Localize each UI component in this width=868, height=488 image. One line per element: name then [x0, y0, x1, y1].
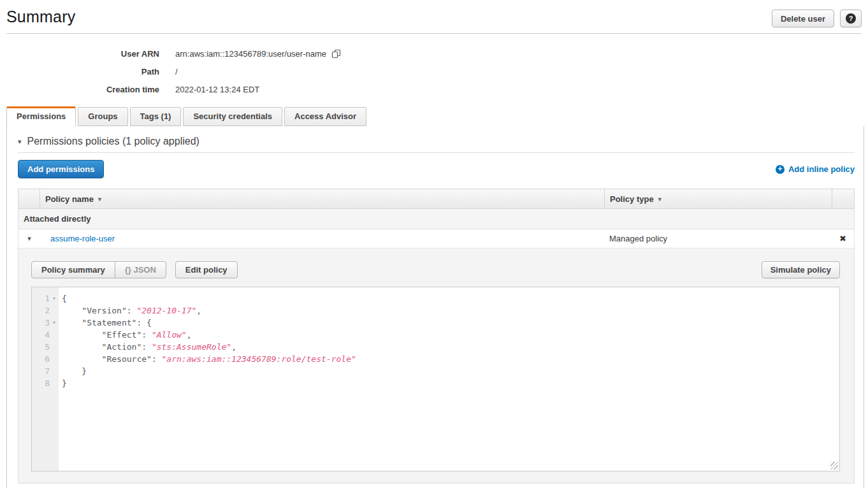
add-inline-policy-link[interactable]: + Add inline policy [776, 164, 855, 174]
policy-type-cell: Managed policy [604, 234, 832, 243]
view-toggle-group: Policy summary {} JSON [31, 261, 166, 278]
permissions-tab-panel: ▾ Permissions policies (1 policy applied… [6, 126, 864, 488]
policy-name-link[interactable]: assume-role-user [50, 234, 115, 243]
attached-directly-group-row: Attached directly [18, 209, 855, 229]
path-value: / [175, 67, 178, 76]
remove-policy-icon[interactable]: ✖ [832, 234, 854, 243]
policy-table-row: ▾ assume-role-user Managed policy ✖ [18, 229, 855, 248]
user-details: User ARN arn:aws:iam::123456789:user/use… [0, 34, 868, 98]
help-icon: ? [846, 13, 856, 24]
tab-groups[interactable]: Groups [78, 107, 127, 126]
detail-row-path: Path / [0, 62, 868, 80]
policy-detail-toolbar: Policy summary {} JSON Edit policy Simul… [31, 261, 840, 278]
policy-table: Policy name ▾ Policy type ▾ Attached dir… [18, 189, 855, 484]
sort-caret-icon: ▾ [658, 196, 662, 203]
tab-tags[interactable]: Tags (1) [130, 107, 182, 126]
policy-json-editor[interactable]: 1▾23▾45678 { "Version": "2012-10-17", "S… [31, 287, 840, 471]
creation-time-value: 2022-01-12 13:24 EDT [175, 85, 259, 94]
json-button[interactable]: {} JSON [115, 261, 166, 278]
tab-bar: Permissions Groups Tags (1) Security cre… [0, 107, 868, 126]
row-expander-icon[interactable]: ▾ [18, 234, 40, 243]
help-button[interactable]: ? [840, 10, 862, 27]
section-divider [18, 152, 855, 153]
permissions-policies-section-header: ▾ Permissions policies (1 policy applied… [18, 126, 855, 147]
policy-editor-lines[interactable]: { "Version": "2012-10-17", "Statement": … [59, 287, 839, 471]
sort-caret-icon: ▾ [98, 196, 101, 203]
policy-type-column-header[interactable]: Policy type ▾ [604, 189, 832, 208]
actions-column-header [832, 189, 854, 208]
add-permissions-button[interactable]: Add permissions [18, 160, 104, 178]
page-title: Summary [6, 8, 75, 26]
header-actions: Delete user ? [772, 10, 862, 27]
user-arn-label: User ARN [0, 49, 159, 59]
editor-resize-handle[interactable] [830, 462, 838, 470]
policy-table-header: Policy name ▾ Policy type ▾ [18, 189, 855, 209]
permissions-toolbar: Add permissions + Add inline policy [18, 160, 855, 178]
section-heading: Permissions policies (1 policy applied) [27, 136, 199, 147]
policy-summary-button[interactable]: Policy summary [31, 261, 115, 278]
detail-row-user-arn: User ARN arn:aws:iam::123456789:user/use… [0, 45, 868, 62]
creation-time-label: Creation time [0, 85, 159, 94]
section-collapse-icon[interactable]: ▾ [18, 138, 22, 146]
path-label: Path [0, 67, 159, 76]
plus-icon: + [776, 165, 785, 174]
copy-icon[interactable] [331, 49, 341, 59]
policy-name-column-header[interactable]: Policy name ▾ [40, 189, 604, 208]
delete-user-button[interactable]: Delete user [772, 10, 834, 27]
policy-detail-panel: Policy summary {} JSON Edit policy Simul… [18, 248, 855, 484]
expander-column-header [18, 189, 40, 208]
detail-row-creation-time: Creation time 2022-01-12 13:24 EDT [0, 80, 868, 98]
user-arn-value: arn:aws:iam::123456789:user/user-name [175, 49, 326, 59]
tab-access-advisor[interactable]: Access Advisor [284, 107, 366, 126]
policy-editor-gutter: 1▾23▾45678 [32, 287, 59, 471]
simulate-policy-button[interactable]: Simulate policy [762, 261, 840, 278]
tab-permissions[interactable]: Permissions [6, 106, 76, 126]
page-header: Summary Delete user ? [0, 0, 868, 27]
edit-policy-button[interactable]: Edit policy [175, 261, 238, 278]
tab-security-credentials[interactable]: Security credentials [183, 107, 282, 126]
